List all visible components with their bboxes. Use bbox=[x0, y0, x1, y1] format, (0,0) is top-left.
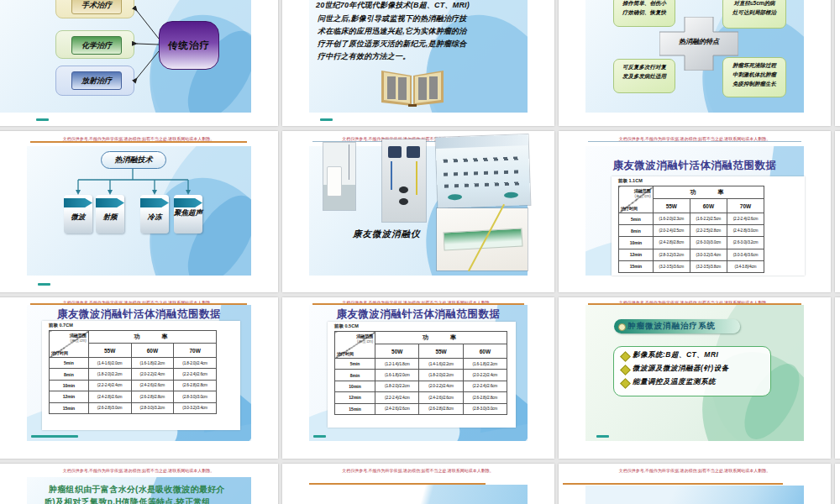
callout-line: 疗效确切、恢复快 bbox=[614, 8, 675, 17]
time-cell: 10min bbox=[619, 237, 654, 249]
ablation-table: 消融范围(单位:cm)治疗时间功 率55W60W70W5min(1.4-1.6)… bbox=[49, 330, 217, 414]
slide-thumbnail-partial[interactable] bbox=[835, 297, 840, 459]
table-row: 5min(1.4-1.6)/2.0cm(1.6-1.8)/2.2cm(1.8-2… bbox=[50, 358, 217, 369]
photo-detail bbox=[444, 181, 523, 187]
ablation-table: 消融范围(单位:cm)治疗时间功 率50W55W60W5min(1.2-1.4)… bbox=[334, 331, 507, 415]
bullet-dot-icon bbox=[618, 323, 626, 331]
value-cell: (2.2-2.4)/2.4cm bbox=[88, 380, 131, 391]
value-cell: (2.4-2.6)/2.6cm bbox=[375, 403, 419, 414]
callout-line: 操作简单、创伤小 bbox=[614, 0, 675, 8]
photo-detail bbox=[399, 186, 408, 193]
callout-line: 中刺激机体抗肿瘤 bbox=[723, 70, 785, 79]
feature-callout-tr: 对直径≤5cm的病 灶可达到局部根治 bbox=[722, 0, 786, 29]
technique-label: 微波 bbox=[64, 213, 92, 221]
value-cell: (2.4-2.8)/2.6cm bbox=[88, 391, 131, 402]
value-cell: (2.8-3.0)/3.0cm bbox=[463, 403, 507, 414]
value-cell: (2.6-2.8)/2.8cm bbox=[131, 391, 174, 402]
ablation-data-table-0_5cm: 消融范围(单位:cm)治疗时间功 率50W55W60W5min(1.2-1.4)… bbox=[334, 331, 507, 415]
table-corner-cell: 消融范围(单位:cm)治疗时间 bbox=[50, 331, 89, 358]
slide-progress-bar bbox=[313, 435, 326, 438]
probe-size-label: 前极 0.7CM bbox=[49, 323, 73, 328]
photo-detail bbox=[504, 192, 518, 199]
callout-line: 肿瘤坏死清除过程 bbox=[723, 60, 785, 70]
card-chevron-band bbox=[174, 198, 202, 207]
value-cell: (2.0-2.2)/2.4cm bbox=[419, 381, 463, 391]
table-corner-cell: 消融范围(单位:cm)治疗时间 bbox=[619, 186, 654, 213]
photo-detail bbox=[436, 134, 528, 149]
ablation-data-table-1_1cm: 消融范围(单位:cm)治疗时间功 率55W60W70W5min(1.6-2.0)… bbox=[618, 186, 764, 273]
feature-callout-tl: 操作简单、创伤小 疗效确切、恢复快 bbox=[613, 0, 675, 27]
photo-detail bbox=[416, 161, 417, 195]
slide-progress-bar bbox=[31, 435, 78, 438]
power-header: 功 率 bbox=[375, 332, 507, 344]
feature-callout-bl: 可反复多次行对复 发及多发病灶适用 bbox=[613, 59, 675, 93]
photo-detail bbox=[443, 156, 522, 162]
tumor-text-line: 质)及相对乏氧致p.H值降低等特点,较正常组 bbox=[44, 496, 211, 504]
slide-thumbnail-partial[interactable] bbox=[835, 131, 840, 292]
photo-detail bbox=[399, 198, 408, 205]
time-cell: 5min bbox=[50, 358, 89, 369]
photo-detail bbox=[391, 161, 392, 190]
value-cell: (1.6-1.8)/2.2cm bbox=[463, 359, 507, 370]
ablation-table: 消融范围(单位:cm)治疗时间功 率55W60W70W5min(1.6-2.0)… bbox=[618, 186, 764, 273]
value-cell: (2.2-2.4)/2.6cm bbox=[727, 213, 764, 225]
probe-size-label: 前极 0.5CM bbox=[334, 323, 359, 329]
time-cell: 12min bbox=[619, 249, 654, 260]
value-cell: (2.6-3.0)/3.0cm bbox=[690, 237, 727, 249]
table-corner-cell: 消融范围(单位:cm)治疗时间 bbox=[335, 332, 375, 359]
table-row: 8min(1.6-1.8)/2.0cm(1.8-2.0)/2.2cm(2.0-2… bbox=[335, 370, 507, 381]
value-cell: (2.6-2.8)/3.0cm bbox=[88, 402, 131, 413]
equipment-photo-machine-room bbox=[323, 143, 355, 210]
tumor-text-line: 肿瘤组织由于富含水分(水是吸收微波的最好介 bbox=[49, 484, 225, 496]
value-cell: (2.2-2.4)/2.6cm bbox=[174, 369, 217, 380]
value-cell: (1.6-1.8)/2.0cm bbox=[375, 370, 419, 381]
value-cell: (1.8-2.0)/2.4cm bbox=[174, 358, 217, 369]
range-label: 消融范围 bbox=[634, 188, 651, 193]
technique-card-hifu: 聚焦超声 bbox=[174, 195, 202, 234]
value-cell: (2.4-2.8)/2.8cm bbox=[653, 237, 690, 249]
time-cell: 15min bbox=[619, 260, 654, 272]
watermark-text: 文档仅供参考,不能作为科学依据,请勿模仿;如有不当之处,请联系网站或本人删除。 bbox=[8, 468, 269, 473]
callout-line: 发及多发病灶适用 bbox=[614, 71, 675, 81]
slide-thumbnail-partial[interactable] bbox=[835, 464, 840, 504]
callout-line: 可反复多次行对复 bbox=[614, 62, 675, 71]
value-cell: (2.2-2.4)/2.4cm bbox=[375, 392, 419, 403]
value-cell: (1.4-1.6)/2.0cm bbox=[88, 358, 131, 369]
value-cell: (1.4-1.6)/2.2cm bbox=[419, 359, 463, 370]
power-column-header: 55W bbox=[653, 199, 690, 213]
table-row: 15min(2.4-2.6)/2.6cm(2.6-2.8)/2.8cm(2.8-… bbox=[335, 403, 507, 414]
paragraph-line: 疗中行之有效的方法之一。 bbox=[318, 51, 410, 62]
power-column-header: 60W bbox=[131, 344, 174, 358]
value-cell: (2.4-2.6)/2.6cm bbox=[131, 380, 174, 391]
card-chevron-band bbox=[140, 198, 169, 207]
photo-detail bbox=[388, 146, 402, 158]
photo-detail bbox=[349, 144, 349, 180]
value-cell: (1.6-1.8)/2.2cm bbox=[131, 358, 174, 369]
slide-title: 康友微波消融针活体消融范围数据 bbox=[309, 307, 528, 322]
value-cell: (2.6-2.8)/2.8cm bbox=[174, 380, 217, 391]
power-column-header: 70W bbox=[727, 199, 764, 213]
slide-thumbnail-partial[interactable] bbox=[835, 0, 840, 126]
bullet-item: 影像系统:B超、CT、MRI bbox=[633, 350, 718, 360]
slide-grid: 手术治疗 化学治疗 放射治疗 传统治疗 20世纪70年代现代影像技术(B超、CT… bbox=[0, 0, 840, 504]
time-cell: 8min bbox=[50, 369, 89, 380]
bullet-item: 能量调控及温度监测系统 bbox=[633, 377, 716, 387]
time-cell: 12min bbox=[335, 392, 375, 403]
value-cell: (2.0-2.4)/2.5cm bbox=[653, 225, 690, 237]
photo-detail bbox=[407, 146, 420, 158]
technique-card-microwave: 微波 bbox=[64, 195, 92, 234]
time-cell: 15min bbox=[335, 403, 375, 414]
time-label: 治疗时间 bbox=[337, 351, 354, 356]
power-header: 功 率 bbox=[88, 331, 216, 344]
value-cell: (1.6-2.0)/2.3cm bbox=[653, 213, 690, 225]
section-header-pill: 肿瘤微波消融治疗系统 bbox=[614, 319, 740, 333]
slide12-content bbox=[585, 486, 804, 504]
equipment-photo-needle-kit bbox=[437, 208, 528, 270]
value-cell: (1.6-2.2)/2.5cm bbox=[690, 213, 727, 225]
value-cell: (3.0-3.2)/3.4cm bbox=[174, 402, 217, 413]
photo-detail bbox=[443, 228, 522, 251]
value-cell: (3.4-3.8)/4cm bbox=[727, 260, 764, 272]
slide-title: 康友微波消融针活体消融范围数据 bbox=[585, 159, 804, 173]
time-cell: 10min bbox=[335, 381, 375, 391]
unit-label: (单位:cm) bbox=[71, 339, 87, 343]
